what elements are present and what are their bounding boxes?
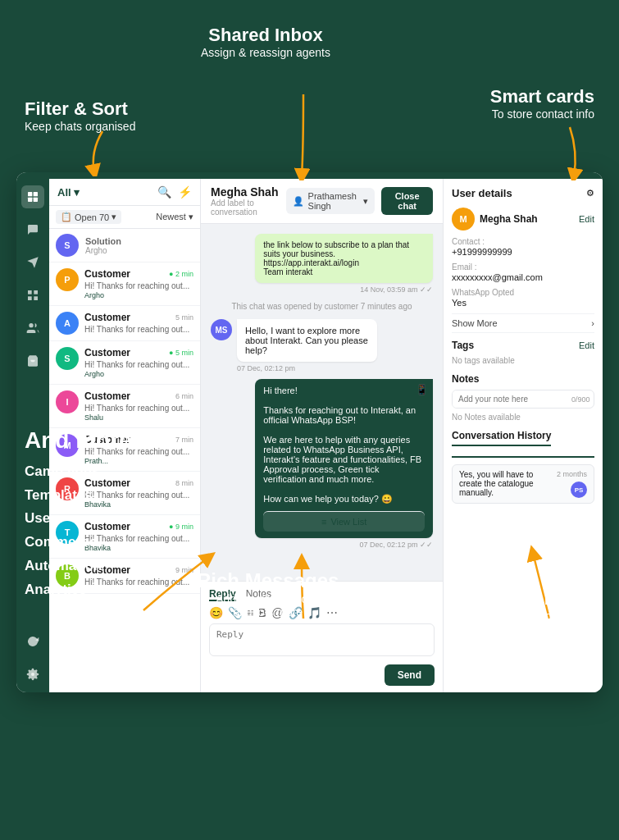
view-list-button[interactable]: ≡ View List [263,511,425,532]
sidebar-icon-grid[interactable] [21,284,44,307]
reply-input[interactable] [209,623,435,656]
list-item[interactable]: S Customer ● 5 min Hi! Thanks for reachi… [49,341,200,385]
svg-marker-5 [27,257,38,267]
svg-rect-1 [34,192,38,196]
tags-section-header: Tags Edit [452,340,594,351]
agent-icon: 👤 [293,196,304,207]
edit-tags-button[interactable]: Edit [579,340,594,350]
notes-empty-label: No Notes available [452,413,594,422]
avatar: S [56,347,79,370]
list-item-campaigns: Campaigns [25,460,151,484]
list-item-users: Users [25,507,151,531]
chat-list-header: All ▾ 🔍 ⚡ [49,179,200,206]
close-chat-button[interactable]: Close chat [381,187,433,215]
contact-name: Megha Shah [211,185,286,199]
notes-input-container: 0/900 ADD [452,390,594,409]
chat-filter-bar: 📋 Open 70 ▾ Newest ▾ [49,206,200,229]
filter-icon[interactable]: ⚡ [178,185,192,199]
svg-rect-8 [28,296,32,300]
shared-inbox-subtitle: Assign & reassign agents [201,46,330,59]
user-details-header: User details ⚙ [452,187,594,199]
user-name-row: M Megha Shah Edit [452,208,594,231]
rich-messages-annotation: Rich Messages Add media, catalogsand lot… [197,569,339,619]
email-value: xxxxxxxxx@gmail.com [452,272,594,282]
sidebar-icon-chat[interactable] [21,218,44,241]
contact-value: +91999999999 [452,247,594,257]
user-details-title: User details [452,187,512,199]
all-button[interactable]: All ▾ [57,186,80,199]
label-hint[interactable]: Add label to conversation [211,199,286,217]
message-bubble: MS Hello, I want to explore more about I… [211,319,377,372]
filter-sort-subtitle: Keep chats organised [25,120,135,133]
svg-rect-6 [28,290,32,294]
svg-rect-7 [34,290,38,294]
sidebar-icon-bar-chart[interactable] [21,382,44,405]
chat-header: Megha Shah Add label to conversation 👤 P… [201,179,443,224]
newest-filter[interactable]: Newest ▾ [156,212,193,222]
list-item[interactable]: I Customer 6 min Hi! Thanks for reaching… [49,385,200,428]
and-more-annotation: And more... Campaigns Templates Users Co… [25,427,151,602]
user-name: Megha Shah [480,213,538,225]
reply-footer: Send [209,664,435,686]
notes-input[interactable] [453,390,568,408]
message-bubble: 📱 Hi there! Thanks for reaching out to I… [255,379,433,549]
smart-cards-subtitle: To store contact info [490,107,594,121]
top-bar [16,172,603,179]
rich-messages-subtitle: Add media, catalogsand lots more [197,592,339,619]
whatsapp-value: Yes [452,298,594,308]
sidebar-icon-home[interactable] [21,185,44,208]
list-item-commerce: Commerce [25,531,151,555]
avatar: S [56,234,79,257]
all-label: All [57,186,71,199]
whatsapp-icon: 📱 [416,384,428,395]
sidebar-icon-refresh[interactable] [21,630,44,653]
shared-inbox-title: Shared Inbox [201,25,330,46]
list-item[interactable]: S Solution Argho [49,229,200,262]
whatsapp-field: WhatsApp Opted Yes [452,288,594,308]
avatar: M [452,208,475,231]
notes-section: 0/900 ADD No Notes available [452,390,594,422]
filter-sort-title: Filter & Sort [25,98,135,120]
tags-notes-annotation: Tags & Notes For collaboration [480,588,594,623]
list-item[interactable]: P Customer ● 2 min Hi! Thanks for reachi… [49,262,200,306]
list-item-analytics: Analytics [25,578,151,602]
send-button[interactable]: Send [385,664,435,686]
and-more-title: And more... [25,427,151,454]
more-list: Campaigns Templates Users Commerce Autom… [25,460,151,602]
sidebar-icon-users[interactable] [21,317,44,340]
smart-cards-annotation: Smart cards To store contact info [490,86,594,121]
avatar: I [56,390,79,413]
sidebar-icon-shop[interactable] [21,349,44,372]
svg-rect-2 [28,198,32,202]
tags-empty-label: No tags available [452,356,594,365]
system-message: This chat was opened by customer 7 minut… [211,300,433,313]
list-item[interactable]: A Customer 5 min Hi! Thanks for reaching… [49,306,200,341]
show-more-button[interactable]: Show More › [452,313,594,333]
sidebar-icon-settings[interactable] [21,663,44,686]
search-icon[interactable]: 🔍 [157,185,171,199]
history-avatar: PS [571,482,587,498]
history-text: Yes, you will have to create the catalog… [459,470,552,498]
svg-rect-3 [34,198,38,202]
avatar: A [56,312,79,335]
agent-badge[interactable]: 👤 Prathamesh Singh ▾ [286,188,375,214]
add-note-button[interactable]: ADD [594,390,594,408]
notes-section-header: Notes [452,373,594,385]
messages-area: the link below to subscribe to a plan th… [201,224,443,581]
conversation-history-title: Conversation History [452,430,551,446]
settings-icon[interactable]: ⚙ [586,188,594,199]
conversation-history-section: Conversation History Yes, you will have … [452,430,594,504]
chevron-right-icon: › [591,318,594,328]
open-filter[interactable]: 📋 Open 70 ▾ [56,210,121,224]
tags-notes-subtitle: For collaboration [480,609,594,623]
header-icons: 🔍 ⚡ [157,185,192,199]
rich-messages-title: Rich Messages [197,569,339,592]
agent-name: Prathamesh Singh [308,191,360,211]
notes-char-limit: 0/900 [568,395,594,404]
edit-user-button[interactable]: Edit [579,214,594,224]
svg-rect-0 [28,192,32,196]
svg-rect-9 [34,296,38,300]
history-item[interactable]: Yes, you will have to create the catalog… [452,464,594,504]
sidebar-icon-send[interactable] [21,251,44,274]
shared-inbox-annotation: Shared Inbox Assign & reassign agents [201,25,330,59]
